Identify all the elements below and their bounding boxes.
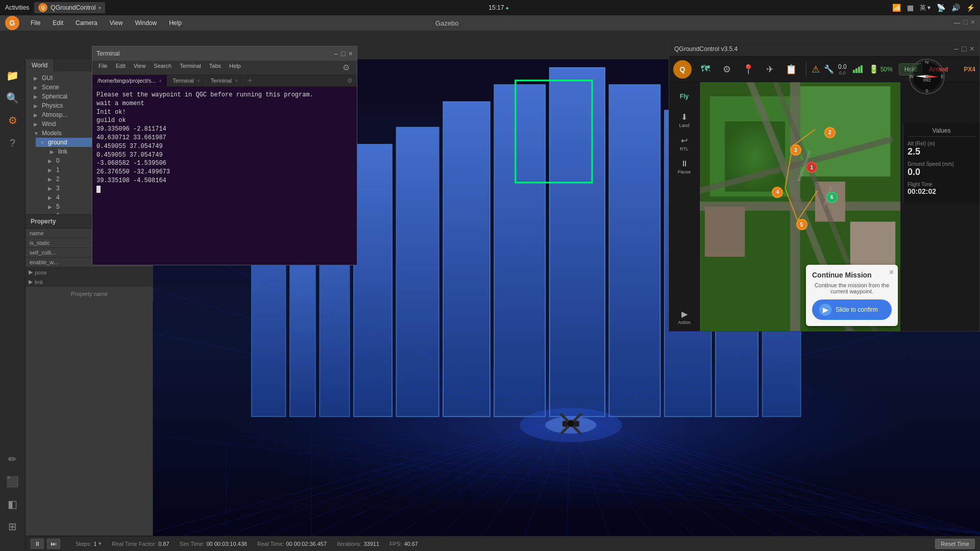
terminal-line-6: 0.459055 37.054749 (96, 142, 353, 151)
ft-label: Flight Time (908, 182, 975, 187)
sidebar-icon-apps[interactable]: ⚙ (3, 110, 23, 131)
prop-row-link-header[interactable]: ▶ link (26, 277, 153, 287)
menu-edit[interactable]: Edit (47, 17, 68, 29)
tab3-close[interactable]: × (235, 78, 238, 84)
terminal-maximize[interactable]: □ (341, 49, 345, 58)
waypoint-2[interactable]: 2 (824, 127, 836, 138)
tmenu-terminal[interactable]: Terminal (177, 62, 204, 73)
link-prop-arrow: ▶ (29, 279, 33, 285)
item5-label: 5 (56, 203, 60, 210)
menu-window[interactable]: Window (130, 17, 162, 29)
sim-time-display: Sim Time: 00 00:03:10.438 (180, 541, 247, 547)
models-arrow: ▼ (34, 131, 40, 136)
qgc-label[interactable]: Q QGroundControl ▾ (34, 2, 105, 13)
slide-to-confirm[interactable]: ▶ Slide to confirm (812, 299, 892, 320)
menu-file[interactable]: File (26, 17, 45, 29)
land-button[interactable]: ⬇ Land (671, 109, 698, 131)
gs-value: 0.0 (908, 167, 975, 178)
terminal-window: Terminal – □ × File Edit View Search Ter… (92, 46, 357, 265)
svg-point-46 (568, 420, 574, 427)
terminal-tab-2[interactable]: Terminal × (167, 75, 205, 86)
terminal-tabs: /home/bingo/project/s... × Terminal × Te… (92, 75, 357, 87)
menu-view[interactable]: View (105, 17, 128, 29)
wp5-label: 5 (800, 222, 803, 228)
terminal-close[interactable]: × (349, 49, 353, 58)
waypoint-3[interactable]: 3 (790, 144, 801, 156)
alt-label: Alt (Rel) (m) (908, 141, 975, 146)
gui-arrow: ▶ (34, 76, 40, 81)
pause-button[interactable]: ⏸ (31, 539, 44, 549)
qgc-toolbar-plan-btn[interactable]: 📋 (781, 60, 801, 79)
activities-label[interactable]: Activities (5, 4, 29, 11)
terminal-content[interactable]: Please set the waypoint in QGC before ru… (92, 87, 357, 260)
pause-flight-label: Pause (678, 169, 691, 174)
item5-arrow: ▶ (48, 204, 54, 210)
qgc-minimize[interactable]: – (954, 44, 959, 54)
tab3-label: Terminal (211, 78, 232, 84)
prop-row-pose-header[interactable]: ▶ pose (26, 267, 153, 277)
tmenu-view[interactable]: View (131, 62, 149, 73)
world-tab[interactable]: World (26, 59, 54, 71)
terminal-line-10: 39.335108 -4.508164 (96, 177, 353, 185)
window-maximize[interactable]: □ (963, 18, 967, 29)
svg-rect-6 (396, 127, 438, 416)
alt-row: Alt (Rel) (m) 2.5 (908, 141, 975, 157)
reset-time-button[interactable]: Reset Time (935, 539, 975, 549)
tmenu-tabs[interactable]: Tabs (206, 62, 224, 73)
sidebar-icon-search[interactable]: 🔍 (3, 88, 23, 108)
terminal-tab-1[interactable]: /home/bingo/project/s... × (92, 75, 167, 86)
terminal-settings-icon[interactable]: ⚙ (338, 62, 354, 73)
qgc-close[interactable]: × (970, 44, 974, 54)
svg-rect-10 (609, 85, 660, 416)
qgc-fly-icon[interactable]: Q (673, 60, 692, 79)
terminal-menu-bar: File Edit View Search Terminal Tabs Help… (92, 61, 357, 75)
qgc-toolbar-send-btn[interactable]: ✈ (760, 60, 779, 79)
steps-dropdown[interactable]: ▾ (99, 540, 102, 547)
steps-label: Steps: (76, 541, 91, 547)
tmenu-file[interactable]: File (95, 62, 111, 73)
models-label: Models (42, 130, 62, 137)
step-button[interactable]: ⏭ (47, 539, 60, 549)
qgc-toolbar-settings-btn[interactable]: ⚙ (717, 60, 737, 79)
terminal-line-2: Init ok! (96, 108, 353, 117)
action-button[interactable]: ▶ Action (671, 306, 698, 328)
sidebar-icon-files[interactable]: 📁 (3, 65, 23, 86)
sidebar-icon-layers[interactable]: ◧ (3, 494, 23, 514)
land-icon: ⬇ (681, 112, 688, 122)
terminal-minimize[interactable]: – (334, 49, 338, 58)
waypoint-6[interactable]: 6 (826, 192, 838, 203)
qgc-toolbar-waypoint-btn[interactable]: 📍 (739, 60, 758, 79)
window-minimize[interactable]: ─ (954, 18, 961, 29)
item4-label: 4 (56, 194, 60, 201)
property-name-label: Property name (26, 287, 153, 301)
qgc-maximize[interactable]: □ (962, 44, 967, 54)
menu-camera[interactable]: Camera (70, 17, 103, 29)
qgc-toolbar-map-btn[interactable]: 🗺 (696, 60, 715, 79)
tmenu-search[interactable]: Search (151, 62, 175, 73)
values-panel: Values Alt (Rel) (m) 2.5 Ground Speed (m… (903, 123, 979, 204)
waypoint-5[interactable]: 5 (796, 219, 807, 230)
menu-help[interactable]: Help (164, 17, 187, 29)
real-time-label: Real Time: (257, 541, 284, 547)
sidebar-icon-help[interactable]: ? (3, 133, 23, 153)
pause-flight-button[interactable]: ⏸ Pause (671, 156, 698, 178)
window-close[interactable]: × (971, 18, 975, 29)
wrench-icon[interactable]: 🔧 (824, 64, 834, 74)
tab2-close[interactable]: × (197, 78, 200, 84)
continue-close-button[interactable]: × (889, 268, 894, 277)
rtl-button[interactable]: ↩ RTL (671, 132, 698, 155)
terminal-tab-3[interactable]: Terminal × (206, 75, 243, 86)
add-tab-btn[interactable]: + (243, 75, 256, 86)
layout-icon: ▦ (907, 4, 914, 12)
sidebar-icon-edit[interactable]: ✏ (3, 449, 23, 469)
ground-label: ground (48, 139, 67, 146)
sidebar-icon-grid[interactable]: ⊞ (3, 516, 23, 537)
tmenu-help[interactable]: Help (226, 62, 244, 73)
tmenu-edit[interactable]: Edit (113, 62, 129, 73)
alert-icon[interactable]: ⚠ (812, 64, 820, 75)
tab1-close[interactable]: × (159, 78, 162, 84)
terminal-extra-icon[interactable]: ⚙ (343, 75, 357, 86)
fly-panel-label[interactable]: Fly (671, 85, 698, 108)
sidebar-icon-terminal[interactable]: ⬛ (3, 471, 23, 492)
action-icon: ▶ (681, 309, 688, 319)
